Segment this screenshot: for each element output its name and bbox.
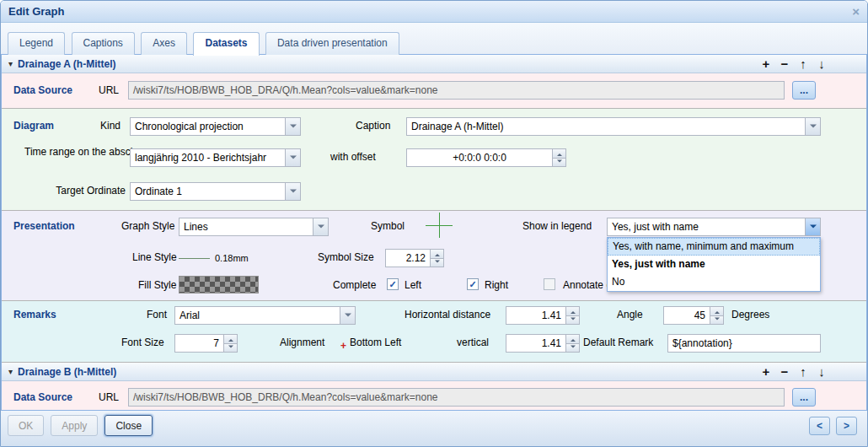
close-button[interactable]: Close bbox=[104, 415, 153, 436]
symbol-size-spinner[interactable]: 2.12 bbox=[385, 249, 444, 267]
font-size-spinner[interactable]: 7 bbox=[174, 334, 238, 353]
graph-style-combo[interactable]: Lines bbox=[179, 218, 329, 236]
edit-graph-dialog: Edit Graph × Legend Captions Axes Datase… bbox=[0, 0, 868, 447]
data-source-label: Data Source bbox=[13, 84, 72, 96]
alignment-label: Alignment bbox=[280, 337, 324, 348]
show-in-legend-dropdown-icon[interactable] bbox=[805, 218, 820, 235]
presentation-label: Presentation bbox=[13, 220, 75, 232]
font-combo[interactable]: Arial bbox=[174, 306, 356, 325]
dropdown-option[interactable]: Yes, with name, minimum and maximum bbox=[608, 238, 820, 256]
offset-spin-buttons bbox=[552, 149, 565, 166]
data-source-section-b: Data Source URL /wiski7/ts/HOB/BWB_HOB_D… bbox=[2, 381, 866, 412]
caption-dropdown-icon[interactable] bbox=[805, 118, 820, 135]
with-offset-label: with offset bbox=[330, 151, 376, 163]
previous-page-button[interactable]: < bbox=[809, 417, 830, 435]
spin-up-icon[interactable] bbox=[431, 250, 443, 259]
alignment-anchor-icon: + bbox=[340, 340, 346, 352]
panel-header-drainage-a[interactable]: ▾ Drainage A (h-Mittel) + − ↑ ↓ bbox=[2, 55, 866, 73]
dropdown-option[interactable]: No bbox=[608, 273, 820, 291]
fill-style-label: Fill Style bbox=[138, 279, 176, 291]
angle-label: Angle bbox=[617, 309, 643, 320]
spin-up-icon[interactable] bbox=[566, 307, 579, 316]
url-input-a[interactable]: /wiski7/ts/HOB/BWB_HOB_DRA/Q/h.Mean?cols… bbox=[128, 81, 785, 100]
move-up-icon[interactable]: ↑ bbox=[794, 364, 812, 380]
spin-down-icon[interactable] bbox=[224, 344, 237, 353]
tab-captions[interactable]: Captions bbox=[72, 32, 135, 55]
remove-dataset-icon[interactable]: − bbox=[775, 364, 794, 380]
url-input-b[interactable]: /wiski7/ts/HOB/BWB_HOB_DRB/Q/h.Mean?cols… bbox=[128, 388, 785, 407]
dropdown-option[interactable]: Yes, just with name bbox=[608, 256, 820, 273]
dialog-title: Edit Graph bbox=[8, 5, 852, 18]
add-dataset-icon[interactable]: + bbox=[757, 364, 775, 380]
close-icon[interactable]: × bbox=[852, 5, 860, 18]
right-label: Right bbox=[485, 279, 508, 291]
show-in-legend-dropdown-list: Yes, with name, minimum and maximum Yes,… bbox=[607, 237, 821, 292]
show-in-legend-combo[interactable]: Yes, just with name bbox=[607, 218, 821, 236]
graph-style-dropdown-icon[interactable] bbox=[313, 218, 328, 235]
horizontal-distance-spinner[interactable]: 1.41 bbox=[506, 306, 580, 325]
next-page-button[interactable]: > bbox=[836, 417, 857, 435]
remarks-section: Remarks Font Arial Horizontal distance 1… bbox=[2, 301, 866, 363]
browse-url-button-b[interactable]: ... bbox=[792, 388, 816, 407]
add-dataset-icon[interactable]: + bbox=[757, 56, 775, 73]
url-label: URL bbox=[99, 84, 119, 96]
dialog-titlebar: Edit Graph × bbox=[1, 1, 867, 23]
pager: < > bbox=[809, 415, 857, 435]
spin-down-icon[interactable] bbox=[553, 159, 565, 167]
spin-down-icon[interactable] bbox=[710, 316, 723, 325]
move-down-icon[interactable]: ↓ bbox=[812, 56, 831, 73]
horizontal-distance-value: 1.41 bbox=[506, 307, 565, 324]
apply-button[interactable]: Apply bbox=[51, 415, 98, 436]
line-style-preview[interactable] bbox=[179, 258, 210, 259]
spin-up-icon[interactable] bbox=[710, 307, 723, 316]
caption-combo[interactable]: Drainage A (h-Mittel) bbox=[406, 117, 821, 136]
spin-down-icon[interactable] bbox=[566, 344, 579, 353]
panel-a-toolbar: + − ↑ ↓ bbox=[757, 56, 831, 73]
caption-label: Caption bbox=[356, 120, 390, 132]
tab-axes[interactable]: Axes bbox=[141, 32, 187, 55]
kind-combo[interactable]: Chronological projection bbox=[130, 117, 301, 136]
left-checkbox[interactable]: ✓ bbox=[387, 278, 399, 290]
spin-down-icon[interactable] bbox=[566, 316, 579, 325]
dialog-footer: OK Apply Close < > bbox=[1, 410, 867, 446]
remove-dataset-icon[interactable]: − bbox=[775, 56, 794, 73]
tab-legend[interactable]: Legend bbox=[8, 32, 65, 55]
target-ordinate-combo[interactable]: Ordinate 1 bbox=[130, 182, 301, 201]
angle-spinner[interactable]: 45 bbox=[663, 306, 724, 325]
spin-up-icon[interactable] bbox=[566, 335, 579, 344]
tab-bar: Legend Captions Axes Datasets Data drive… bbox=[1, 23, 867, 55]
spin-up-icon[interactable] bbox=[553, 149, 565, 159]
target-ordinate-value: Ordinate 1 bbox=[131, 183, 285, 200]
right-checkbox[interactable]: ✓ bbox=[467, 278, 479, 290]
move-down-icon[interactable]: ↓ bbox=[812, 364, 831, 380]
collapse-icon[interactable]: ▾ bbox=[8, 367, 13, 376]
panel-b-toolbar: + − ↑ ↓ bbox=[757, 364, 831, 380]
vertical-distance-spinner[interactable]: 1.41 bbox=[506, 334, 580, 353]
alignment-value[interactable]: Bottom Left bbox=[350, 337, 401, 348]
default-remark-input[interactable]: ${annotation} bbox=[667, 334, 821, 353]
time-range-dropdown-icon[interactable] bbox=[285, 149, 300, 166]
panel-header-drainage-b[interactable]: ▾ Drainage B (h-Mittel) + − ↑ ↓ bbox=[2, 363, 866, 381]
spin-up-icon[interactable] bbox=[224, 335, 237, 344]
browse-url-button-a[interactable]: ... bbox=[792, 81, 816, 100]
target-ordinate-dropdown-icon[interactable] bbox=[285, 183, 300, 200]
kind-label: Kind bbox=[100, 120, 121, 132]
move-up-icon[interactable]: ↑ bbox=[794, 56, 812, 73]
offset-spinner[interactable]: +0:0:0 0:0:0 bbox=[406, 148, 566, 167]
offset-value: +0:0:0 0:0:0 bbox=[407, 149, 552, 166]
fill-style-preview[interactable] bbox=[179, 276, 259, 294]
collapse-icon[interactable]: ▾ bbox=[8, 59, 13, 68]
tab-data-driven-presentation[interactable]: Data driven presentation bbox=[265, 32, 399, 55]
font-dropdown-icon[interactable] bbox=[340, 307, 355, 324]
symbol-size-spin-buttons bbox=[430, 250, 443, 267]
time-range-combo[interactable]: langjährig 2010 - Berichtsjahr bbox=[130, 148, 301, 167]
kind-value: Chronological projection bbox=[131, 118, 285, 135]
symbol-label: Symbol bbox=[371, 220, 405, 232]
panel-title-drainage-a: Drainage A (h-Mittel) bbox=[18, 58, 757, 70]
tab-datasets[interactable]: Datasets bbox=[193, 32, 259, 56]
ok-button[interactable]: OK bbox=[8, 415, 44, 436]
annotate-checkbox[interactable] bbox=[544, 278, 555, 290]
symbol-size-value: 2.12 bbox=[386, 250, 430, 267]
spin-down-icon[interactable] bbox=[431, 259, 443, 267]
kind-dropdown-icon[interactable] bbox=[285, 118, 300, 135]
